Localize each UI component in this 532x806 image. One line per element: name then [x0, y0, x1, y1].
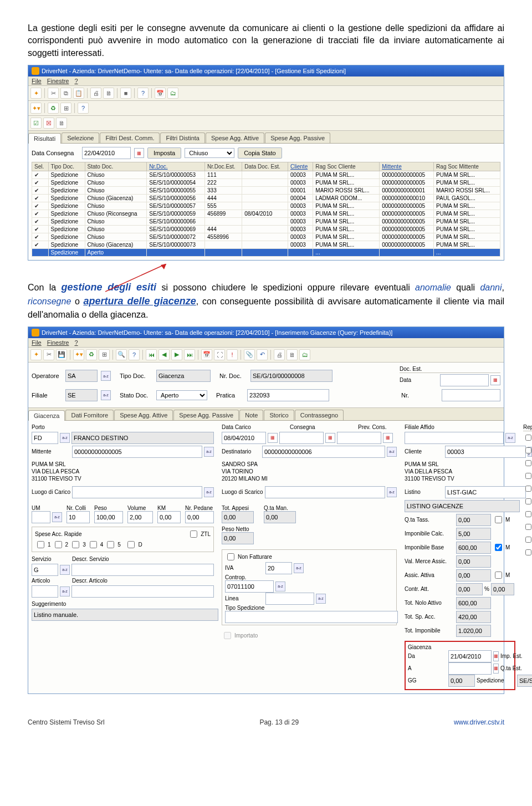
node-icon[interactable]: ⊞: [99, 349, 110, 360]
cb3[interactable]: [72, 541, 79, 548]
undo-icon[interactable]: ↶: [257, 349, 268, 360]
new-icon[interactable]: ✦: [30, 349, 42, 360]
input-listino[interactable]: [445, 486, 526, 498]
cb-r6[interactable]: [525, 498, 531, 504]
input-porto[interactable]: [32, 432, 58, 444]
cb-r3[interactable]: [525, 460, 531, 466]
footer-link[interactable]: www.driver.cstv.it: [454, 718, 504, 726]
last-icon[interactable]: ⏭: [184, 349, 195, 360]
input-um[interactable]: [32, 511, 50, 523]
toolbar-1c[interactable]: ☑ ☒ 🗎: [28, 116, 504, 131]
lookup-icon[interactable]: a-z: [101, 390, 111, 400]
calendar-icon[interactable]: 📅: [155, 88, 166, 99]
lookup-icon[interactable]: a-z: [60, 433, 70, 443]
tab-giacenza[interactable]: Giacenza: [28, 410, 65, 421]
lookup-icon[interactable]: a-z: [275, 581, 285, 591]
menubar-1[interactable]: FileFinestre?: [28, 76, 504, 86]
lookup-icon[interactable]: a-z: [387, 487, 397, 497]
refresh-icon[interactable]: ♻: [48, 103, 59, 114]
first-icon[interactable]: ⏮: [146, 349, 157, 360]
check-all-icon[interactable]: ☑: [30, 118, 42, 129]
sheet-icon[interactable]: 🗎: [56, 118, 67, 129]
cb-m1[interactable]: [495, 516, 502, 523]
print-icon[interactable]: 🖨: [274, 349, 285, 360]
input-descr-articolo[interactable]: [71, 585, 214, 598]
tab-storico[interactable]: Storico: [264, 410, 294, 420]
preview-icon[interactable]: 🗎: [103, 88, 114, 99]
menubar-2[interactable]: FileFinestre?: [28, 338, 504, 348]
star-icon[interactable]: ✦▾: [73, 349, 84, 360]
lookup-icon[interactable]: a-z: [60, 565, 70, 575]
cut-icon[interactable]: ✂: [43, 349, 54, 360]
input-filiale-affido[interactable]: [405, 432, 504, 444]
input-nr-est[interactable]: [442, 389, 500, 401]
imposta-button[interactable]: Imposta: [147, 147, 181, 159]
tab-spese-agg-attive[interactable]: Spese Agg. Attive: [206, 132, 264, 143]
input-articolo[interactable]: [32, 585, 58, 598]
lookup-icon[interactable]: a-z: [60, 586, 70, 596]
cb-r1[interactable]: [525, 435, 531, 441]
calendar-icon[interactable]: 📅: [201, 349, 212, 360]
preview-icon[interactable]: 🗎: [287, 349, 298, 360]
input-prevcons[interactable]: [337, 432, 381, 444]
lookup-icon[interactable]: a-z: [52, 512, 62, 522]
cb-m2[interactable]: [495, 544, 502, 551]
input-nrpedane[interactable]: [185, 511, 214, 523]
print-icon[interactable]: 🖨: [90, 88, 101, 99]
tab-spese-agg-attive[interactable]: Spese Agg. Attive: [114, 410, 173, 420]
expand-icon[interactable]: ⛶: [214, 349, 225, 360]
toolbar-1a[interactable]: ✦ ✂ ⧉ 📋 🖨 🗎 ■ ? 📅 🗂: [28, 86, 504, 101]
help-icon[interactable]: ?: [129, 349, 140, 360]
lookup-icon[interactable]: a-z: [101, 371, 111, 381]
tab-risultati[interactable]: Risultati: [28, 133, 61, 144]
tab-selezione[interactable]: Selezione: [62, 132, 99, 143]
copy-icon[interactable]: ⧉: [60, 88, 71, 99]
input-iva[interactable]: [265, 562, 292, 574]
input-tiposped[interactable]: [225, 611, 398, 623]
input-luogo-carico[interactable]: [72, 486, 202, 498]
input-giac-a[interactable]: [448, 662, 492, 675]
table-row[interactable]: ✔SpedizioneChiuso (RiconsegnaSE/S/10/000…: [32, 210, 500, 218]
save-icon[interactable]: 💾: [56, 349, 67, 360]
table-row-selected[interactable]: SpedizioneAperto......: [32, 249, 500, 257]
calendar-picker-icon[interactable]: ▦: [493, 651, 499, 661]
input-servizio[interactable]: [32, 564, 58, 576]
lookup-icon[interactable]: a-z: [204, 487, 214, 497]
toolbar-2[interactable]: ✦ ✂ 💾 ✦▾ ♻ ⊞ 🔍 ? ⏮ ◀ ▶ ⏭ 📅 ⛶ ! 📎 ↶ 🖨 🗎 🗂: [28, 348, 504, 363]
folder-icon[interactable]: 🗂: [299, 349, 310, 360]
folder-icon[interactable]: 🗂: [167, 88, 178, 99]
input-volume[interactable]: [127, 511, 153, 523]
input-km[interactable]: [157, 511, 181, 523]
cb2[interactable]: [55, 541, 62, 548]
toolbar-1b[interactable]: ✦▾ ♻ ⊞ ?: [28, 101, 504, 116]
table-row[interactable]: ✔SpedizioneChiusoSE/S/10/000000542220000…: [32, 179, 500, 187]
tab-spese-agg-passive[interactable]: Spese Agg. Passive: [265, 132, 330, 143]
lookup-icon[interactable]: a-z: [294, 563, 304, 573]
table-row[interactable]: ✔SpedizioneChiusoSE/S/10/000000724558996…: [32, 233, 500, 241]
table-row[interactable]: ✔SpedizioneChiusoSE/S/10/000000575550000…: [32, 202, 500, 210]
tab-spese-agg-passive[interactable]: Spese Agg. Passive: [173, 410, 239, 420]
input-pratica[interactable]: [247, 389, 329, 401]
paste-icon[interactable]: 📋: [73, 88, 84, 99]
lookup-icon[interactable]: a-z: [505, 433, 515, 443]
input-nrcolli[interactable]: [66, 511, 90, 523]
table-row[interactable]: ✔SpedizioneChiuso (Giacenza)SE/S/10/0000…: [32, 241, 500, 249]
input-mittente[interactable]: [72, 446, 202, 458]
tabs-1[interactable]: RisultatiSelezioneFiltri Dest. Comm.Filt…: [28, 131, 504, 144]
lookup-icon[interactable]: a-z: [204, 447, 214, 457]
cb1[interactable]: [37, 541, 44, 548]
tab-filtri-dest-comm-[interactable]: Filtri Dest. Comm.: [100, 132, 160, 143]
input-linea[interactable]: [265, 593, 314, 605]
table-row[interactable]: ✔SpedizioneChiusoSE/S/10/0000006600003PU…: [32, 218, 500, 226]
select-stato[interactable]: Chiuso: [185, 148, 234, 158]
calendar-picker-icon[interactable]: ▦: [325, 433, 335, 443]
cb-d[interactable]: [127, 541, 135, 548]
prev-icon[interactable]: ◀: [158, 349, 170, 360]
input-datacarico[interactable]: [222, 432, 266, 444]
info-icon[interactable]: ?: [78, 103, 89, 114]
input-data-est[interactable]: [440, 374, 489, 386]
table-row[interactable]: ✔SpedizioneChiuso (Giacenza)SE/S/10/0000…: [32, 195, 500, 202]
cb-r7[interactable]: [525, 511, 531, 517]
cb-r5[interactable]: [525, 486, 531, 492]
input-luogo-scarico[interactable]: [265, 486, 386, 498]
